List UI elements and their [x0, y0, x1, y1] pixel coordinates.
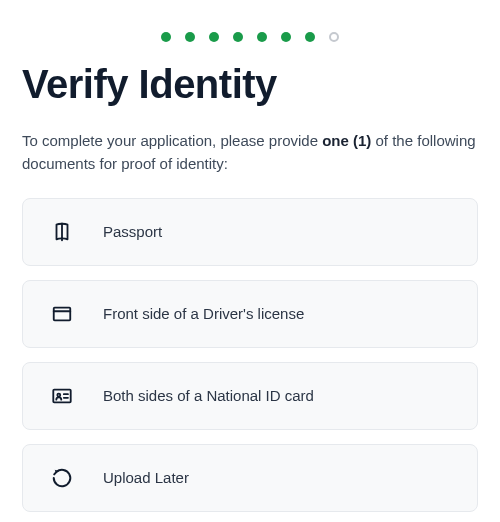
svg-point-3 — [57, 393, 60, 396]
progress-stepper — [22, 0, 478, 58]
option-upload-later[interactable]: Upload Later — [22, 444, 478, 512]
card-front-icon — [51, 303, 73, 325]
step-dot-done — [305, 32, 315, 42]
instruction-bold: one (1) — [322, 132, 371, 149]
option-label: Both sides of a National ID card — [103, 387, 314, 404]
step-dot-done — [281, 32, 291, 42]
option-drivers-license[interactable]: Front side of a Driver's license — [22, 280, 478, 348]
id-card-icon — [51, 385, 73, 407]
step-dot-pending — [329, 32, 339, 42]
option-passport[interactable]: Passport — [22, 198, 478, 266]
step-dot-done — [233, 32, 243, 42]
instruction-text: To complete your application, please pro… — [22, 129, 478, 176]
page-title: Verify Identity — [22, 62, 478, 107]
instruction-prefix: To complete your application, please pro… — [22, 132, 322, 149]
svg-rect-2 — [53, 389, 70, 402]
step-dot-done — [257, 32, 267, 42]
option-national-id[interactable]: Both sides of a National ID card — [22, 362, 478, 430]
upload-later-icon — [51, 467, 73, 489]
svg-rect-0 — [54, 307, 71, 320]
document-option-list: Passport Front side of a Driver's licens… — [22, 198, 478, 512]
step-dot-done — [161, 32, 171, 42]
option-label: Passport — [103, 223, 162, 240]
option-label: Front side of a Driver's license — [103, 305, 304, 322]
step-dot-done — [209, 32, 219, 42]
step-dot-done — [185, 32, 195, 42]
passport-icon — [51, 221, 73, 243]
option-label: Upload Later — [103, 469, 189, 486]
